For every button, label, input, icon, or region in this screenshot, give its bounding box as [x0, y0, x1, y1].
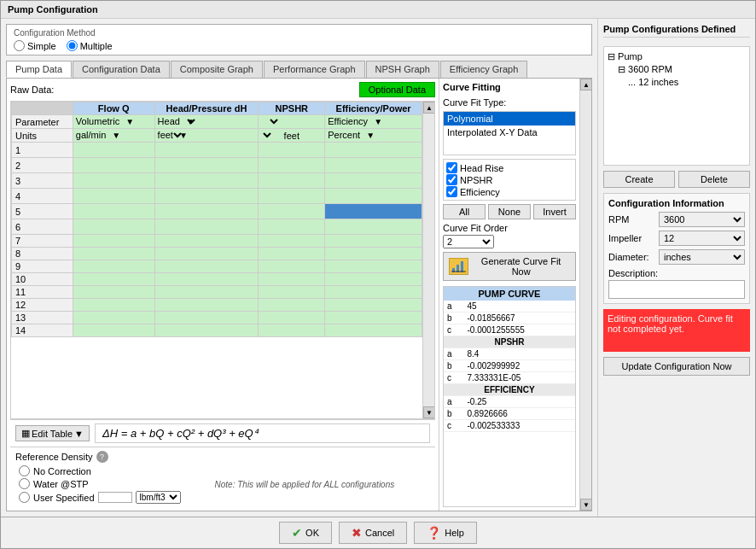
pump-curve-header: PUMP CURVE [444, 287, 575, 301]
error-message: Editing configuration. Curve fit not com… [608, 313, 733, 334]
checkbox-npshr-input[interactable] [446, 174, 457, 185]
ok-icon: ✔ [292, 526, 302, 540]
rpm-label: RPM [608, 214, 655, 225]
tab-pump-data[interactable]: Pump Data [6, 61, 72, 78]
no-correction-radio[interactable] [19, 465, 30, 476]
pump-curve-section: PUMP CURVE a 45 b [443, 286, 576, 507]
update-config-btn[interactable]: Update Configuration Now [603, 357, 750, 376]
curve-scroll-down[interactable]: ▼ [580, 499, 591, 511]
param-efficiency: Efficiency ▼ [325, 115, 422, 129]
generate-curve-btn[interactable]: Generate Curve Fit Now [443, 252, 576, 281]
diameter-units-select[interactable]: inches [659, 249, 745, 265]
impeller-row: Impeller 12 [608, 231, 745, 246]
density-options: No Correction Water @STP User Specified [15, 465, 430, 504]
pump-curve-table: a 45 b -0.01856667 c [444, 301, 575, 432]
rpm-row: RPM 3600 [608, 212, 745, 227]
all-btn[interactable]: All [443, 204, 486, 219]
scroll-track[interactable] [423, 114, 434, 406]
tab-performance-graph[interactable]: Performance Graph [264, 61, 365, 78]
help-btn[interactable]: ❓ Help [414, 522, 477, 544]
delete-btn[interactable]: Delete [678, 171, 750, 188]
cell-1-eff[interactable] [325, 143, 422, 158]
dropdown-arrow: ▼ [74, 429, 84, 439]
tab-npsh-graph[interactable]: NPSH Graph [366, 61, 439, 78]
curve-fitting-label: Curve Fitting [443, 82, 576, 92]
create-btn[interactable]: Create [603, 171, 675, 188]
data-row-4: 4 [12, 189, 422, 204]
rpm-select[interactable]: 3600 [659, 212, 745, 227]
curve-scroll-track[interactable] [580, 91, 591, 499]
param-head-select[interactable]: ▼ [183, 116, 281, 127]
cell-1-head[interactable] [154, 143, 259, 158]
user-specified-row: User Specified lbm/ft3 [19, 491, 181, 504]
npshr-label: NPSHR [460, 175, 493, 185]
tree-size[interactable]: ... 12 inches [608, 76, 746, 88]
table-scrollbar[interactable]: ▲ ▼ [422, 102, 434, 418]
density-units-select[interactable]: lbm/ft3 [136, 491, 181, 504]
curve-scroll-up[interactable]: ▲ [580, 79, 591, 91]
tab-composite-graph[interactable]: Composite Graph [171, 61, 263, 78]
scroll-down-btn[interactable]: ▼ [423, 406, 435, 418]
cell-1-flow[interactable] [73, 143, 154, 158]
multiple-radio[interactable] [67, 40, 78, 51]
data-row-8: 8 [12, 248, 422, 260]
pump-tree-view: ⊟ Pump ⊟ 3600 RPM ... 12 inches [603, 46, 750, 166]
col-efficiency: Efficiency/Power [325, 102, 422, 115]
scroll-up-btn[interactable]: ▲ [423, 102, 435, 114]
help-icon: ❓ [427, 526, 441, 540]
user-specified-radio[interactable] [19, 492, 30, 503]
curve-fit-order-section: Curve Fit Order 2 3 4 [443, 223, 576, 248]
unit-feet-select[interactable]: ▼ [176, 130, 274, 141]
cell-1-npshr[interactable] [259, 143, 325, 158]
edit-table-btn[interactable]: ▦ Edit Table ▼ [15, 425, 90, 441]
col-flow-q: Flow Q [73, 102, 154, 115]
raw-data-label: Raw Data: [10, 85, 54, 95]
user-density-input[interactable] [98, 492, 132, 503]
tree-pump[interactable]: ⊟ Pump [608, 50, 746, 63]
none-btn[interactable]: None [488, 204, 531, 219]
curve-scrollbar[interactable]: ▲ ▼ [579, 79, 591, 511]
simple-radio-item[interactable]: Simple [14, 40, 56, 51]
all-none-invert-row: All None Invert [443, 204, 576, 219]
data-row-9: 9 [12, 260, 422, 273]
checkbox-head-rise-input[interactable] [446, 162, 457, 173]
water-stp-radio[interactable] [19, 478, 30, 489]
simple-radio[interactable] [14, 40, 25, 51]
unit-percent-select[interactable]: ▼ [363, 130, 422, 141]
density-radio-group: No Correction Water @STP User Specified [15, 465, 181, 504]
title-bar: Pump Configuration [1, 1, 755, 19]
col-npshr: NPSHR [259, 102, 325, 115]
data-row-6: 6 [12, 219, 422, 235]
optional-data-btn[interactable]: Optional Data [359, 82, 435, 97]
tree-rpm[interactable]: ⊟ 3600 RPM [608, 63, 746, 76]
tab-efficiency-graph[interactable]: Efficiency Graph [440, 61, 528, 78]
efficiency-c: c -0.002533333 [444, 420, 575, 432]
tab-config-data[interactable]: Configuration Data [73, 61, 170, 78]
curve-fit-order-select[interactable]: 2 3 4 [443, 235, 494, 248]
multiple-label: Multiple [80, 41, 113, 51]
curve-fit-polynomial[interactable]: Polynomial [444, 112, 575, 126]
main-content: Configuration Method Simple Multiple Pum… [1, 19, 755, 517]
help-icon[interactable]: ? [96, 451, 108, 463]
diameter-label: Diameter: [608, 252, 655, 262]
npshr-b: b -0.002999992 [444, 360, 575, 372]
desc-input[interactable] [608, 280, 745, 299]
row-num-1: 1 [12, 143, 73, 158]
ok-btn[interactable]: ✔ OK [279, 522, 332, 544]
npshr-section-header: NPSHR [444, 336, 575, 348]
curve-fit-type-label: Curve Fit Type: [443, 97, 576, 108]
pump-curve-wrapper: PUMP CURVE a 45 b [443, 284, 576, 507]
impeller-select[interactable]: 12 [659, 231, 745, 246]
ref-density-label: Reference Density ? [15, 451, 430, 463]
multiple-radio-item[interactable]: Multiple [67, 40, 113, 51]
curve-fit-list[interactable]: Polynomial Interpolated X-Y Data [443, 111, 576, 155]
ref-density-section: Reference Density ? No Correction [10, 447, 435, 507]
param-efficiency-select[interactable]: ▼ [370, 116, 422, 127]
unit-gal: gal/min ▼ [73, 129, 154, 143]
cancel-btn[interactable]: ✖ Cancel [339, 522, 407, 544]
efficiency-a: a -0.25 [444, 396, 575, 408]
curve-fit-interpolated[interactable]: Interpolated X-Y Data [444, 126, 575, 139]
invert-btn[interactable]: Invert [533, 204, 576, 219]
pump-curve-c: c -0.0001255555 [444, 324, 575, 336]
checkbox-efficiency-input[interactable] [446, 186, 457, 197]
